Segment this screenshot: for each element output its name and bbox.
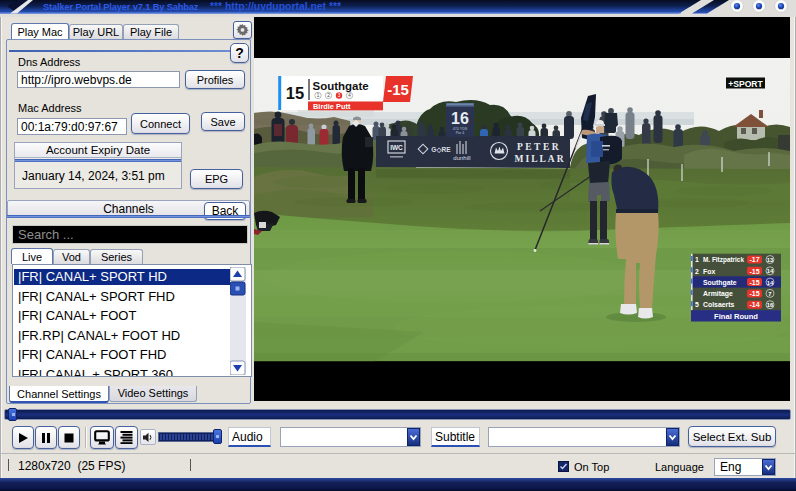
svg-text:15: 15 [286, 84, 304, 102]
svg-text:-15: -15 [749, 290, 759, 297]
svg-text:Birdie Putt: Birdie Putt [313, 102, 351, 111]
svg-text:+SPORT: +SPORT [728, 79, 763, 89]
svg-text:Colsaerts: Colsaerts [703, 301, 735, 308]
svg-text:16: 16 [767, 302, 774, 308]
svg-text:PETER: PETER [517, 142, 561, 152]
svg-text:-15: -15 [749, 279, 759, 286]
svg-text:1: 1 [695, 256, 699, 263]
svg-text:dunhill: dunhill [453, 155, 470, 161]
svg-text:2: 2 [695, 268, 699, 275]
svg-text:16: 16 [451, 110, 469, 127]
svg-text:Fox: Fox [703, 268, 715, 275]
svg-text:Armitage: Armitage [703, 290, 733, 298]
svg-text:4: 4 [348, 93, 351, 98]
svg-text:-15: -15 [387, 81, 409, 98]
svg-text:Par 4: Par 4 [456, 131, 465, 135]
svg-text:*** http://uyduportal.net ***: *** http://uyduportal.net *** [210, 1, 342, 12]
svg-text:Final Round: Final Round [714, 312, 758, 321]
svg-text:474 YDS: 474 YDS [453, 127, 468, 131]
svg-text:-14: -14 [749, 301, 759, 308]
svg-text:1: 1 [317, 93, 320, 98]
svg-text:Stalker Portal Player v7.1 By: Stalker Portal Player v7.1 By Sahbaz [43, 2, 199, 12]
svg-text:-17: -17 [749, 256, 759, 263]
svg-text:14: 14 [767, 280, 774, 286]
svg-text:14: 14 [767, 268, 774, 274]
svg-text:M. Fitzpatrick: M. Fitzpatrick [703, 256, 744, 264]
svg-text:3: 3 [338, 93, 341, 98]
svg-text:IWC: IWC [390, 144, 403, 151]
svg-text:G◇RE: G◇RE [431, 146, 451, 154]
svg-text:2: 2 [327, 93, 330, 98]
svg-text:Southgate: Southgate [703, 279, 737, 287]
svg-text:Southgate: Southgate [313, 80, 369, 92]
svg-text:13: 13 [767, 257, 774, 263]
svg-text:MILLAR: MILLAR [514, 154, 565, 164]
svg-text:-15: -15 [749, 268, 759, 275]
svg-text:5: 5 [695, 301, 699, 308]
